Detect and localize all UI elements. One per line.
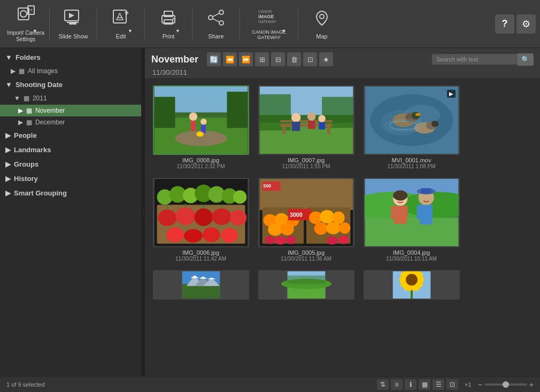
photo-thumb-1[interactable] <box>258 85 354 155</box>
svg-rect-127 <box>182 284 220 299</box>
search-box: 🔍 <box>432 53 534 66</box>
svg-point-104 <box>339 222 350 233</box>
gateway-button[interactable]: CANONiMAGEGATEWAY ▼ CANON iMAGE GATEWAY <box>242 3 296 45</box>
zoom-in-button[interactable]: + <box>529 380 534 389</box>
sidebar: ▼ Folders ▶ ▦ All Images ▼ Shooting Date… <box>0 48 142 376</box>
groups-collapse-arrow: ▶ <box>5 160 11 168</box>
svg-rect-114 <box>365 218 458 246</box>
svg-rect-32 <box>190 121 196 131</box>
gateway-icon: CANONiMAGEGATEWAY <box>257 7 281 27</box>
help-button[interactable]: ? <box>495 14 514 34</box>
photo-filename-5: IMG_0004.jpg <box>393 249 430 256</box>
photo-thumb-3[interactable] <box>153 178 249 247</box>
svg-text:3000: 3000 <box>289 211 302 218</box>
delete-button[interactable]: 🗑 <box>287 52 301 66</box>
svg-point-31 <box>189 112 197 121</box>
share-icon <box>206 8 226 31</box>
zoom-slider[interactable] <box>484 383 527 386</box>
share-button[interactable]: Share <box>195 3 237 45</box>
svg-point-74 <box>175 207 195 225</box>
print-button[interactable]: ▼ Print <box>147 3 190 45</box>
import-dropdown-arrow: ▼ <box>33 28 37 34</box>
december-label: December <box>35 119 65 126</box>
grid-view-button[interactable]: ▦ <box>419 379 430 390</box>
people-label: People <box>14 131 37 139</box>
photo-thumb-7[interactable] <box>258 270 354 300</box>
import-label: Import/ Camera Settings <box>4 30 47 43</box>
history-label: History <box>14 175 38 183</box>
sidebar-item-history[interactable]: ▶ History <box>0 171 141 186</box>
bottom-bar: 1 of 9 selected ⇅ ≡ ℹ ▦ ☰ ⊡ ×1 − + <box>0 376 540 392</box>
sidebar-item-shooting-date[interactable]: ▼ Shooting Date <box>0 77 141 92</box>
slideshow-label: Slide Show <box>58 33 88 40</box>
search-input[interactable] <box>432 54 518 65</box>
photo-filename-4: IMG_0005.jpg <box>288 249 325 256</box>
november-label: November <box>35 107 65 114</box>
zoom-thumb[interactable] <box>503 381 509 388</box>
sidebar-item-december[interactable]: ▶ ▦ December <box>0 116 141 128</box>
content-area: November 🔄 ⏪ ⏩ ⊞ ⊟ 🗑 ⊡ ★ 🔍 11/30/2011 <box>145 48 540 376</box>
print-label: Print <box>163 33 175 40</box>
copy-button[interactable]: ⊞ <box>255 52 269 66</box>
paste-button[interactable]: ⊟ <box>271 52 285 66</box>
info-button[interactable]: ℹ <box>405 379 416 390</box>
import-camera-settings-button[interactable]: + ▼ Import/ Camera Settings <box>4 3 47 45</box>
sidebar-item-groups[interactable]: ▶ Groups <box>0 157 141 171</box>
slideshow-icon <box>64 8 83 31</box>
list-item <box>257 270 356 300</box>
photo-thumb-0[interactable] <box>153 85 249 155</box>
edit-button[interactable]: ▼ Edit <box>99 3 142 45</box>
bottom-right-controls: ⇅ ≡ ℹ ▦ ☰ ⊡ ×1 − + <box>377 379 534 390</box>
list-item: ▶ MVI_0001.mov 11/30/2011 1:08 PM <box>362 85 461 169</box>
list-item: IMG_0008.jpg 11/30/2011 2:32 PM <box>151 85 250 169</box>
slideshow-button[interactable]: Slide Show <box>52 3 95 45</box>
svg-line-20 <box>213 19 219 22</box>
search-button[interactable]: 🔍 <box>518 53 534 66</box>
svg-text:+: + <box>30 7 33 13</box>
svg-point-106 <box>275 237 285 245</box>
photo-thumb-2[interactable]: ▶ <box>364 85 460 155</box>
view-toggle-button[interactable]: ⊡ <box>303 52 317 66</box>
refresh-button[interactable]: 🔄 <box>207 52 221 66</box>
sidebar-item-all-images[interactable]: ▶ ▦ All Images <box>0 65 141 77</box>
prev-button[interactable]: ⏪ <box>223 52 237 66</box>
photo-thumb-5[interactable] <box>364 178 460 247</box>
zoom-out-button[interactable]: − <box>478 380 482 389</box>
photo-date-5: 11/30/2011 10:11 AM <box>386 256 437 262</box>
svg-rect-34 <box>201 125 206 134</box>
photo-thumb-8[interactable] <box>364 270 460 300</box>
november-grid-icon: ▦ <box>26 107 32 114</box>
next-button[interactable]: ⏩ <box>239 52 253 66</box>
svg-rect-46 <box>291 122 300 131</box>
sidebar-item-november[interactable]: ▶ ▦ November <box>0 105 141 116</box>
svg-point-75 <box>194 208 213 226</box>
svg-point-78 <box>166 228 184 242</box>
sort-button[interactable]: ⇅ <box>377 379 389 390</box>
sidebar-item-smart-grouping[interactable]: ▶ Smart Grouping <box>0 186 141 200</box>
sidebar-item-landmarks[interactable]: ▶ Landmarks <box>0 143 141 157</box>
toolbar-separator-2 <box>97 8 97 40</box>
sidebar-item-folders[interactable]: ▼ Folders <box>0 50 141 65</box>
svg-rect-48 <box>307 121 315 129</box>
import-icon: + <box>16 5 35 28</box>
zoom-level-label: ×1 <box>465 381 472 388</box>
svg-point-153 <box>406 274 418 286</box>
photo-thumb-6[interactable] <box>153 270 249 300</box>
list-view-button[interactable]: ☰ <box>433 379 444 390</box>
svg-point-80 <box>202 228 220 242</box>
content-title-row: November 🔄 ⏪ ⏩ ⊞ ⊟ 🗑 ⊡ ★ 🔍 <box>151 52 534 66</box>
photo-thumb-4[interactable]: 500 3000 <box>258 178 354 247</box>
detail-view-button[interactable]: ⊡ <box>446 379 458 390</box>
filter-button[interactable]: ≡ <box>391 379 403 390</box>
svg-rect-118 <box>403 206 407 218</box>
landmarks-collapse-arrow: ▶ <box>5 146 11 154</box>
map-button[interactable]: Map <box>300 3 343 45</box>
photo-grid: IMG_0008.jpg 11/30/2011 2:32 PM <box>145 79 540 376</box>
settings-button[interactable]: ⚙ <box>516 14 536 34</box>
photo-date-2: 11/30/2011 1:08 PM <box>387 163 435 169</box>
star-button[interactable]: ★ <box>319 52 333 66</box>
video-icon: ▶ <box>447 90 456 98</box>
sidebar-item-people[interactable]: ▶ People <box>0 128 141 143</box>
svg-point-18 <box>219 21 223 25</box>
sidebar-item-2011[interactable]: ▼ ▦ 2011 <box>0 92 141 105</box>
